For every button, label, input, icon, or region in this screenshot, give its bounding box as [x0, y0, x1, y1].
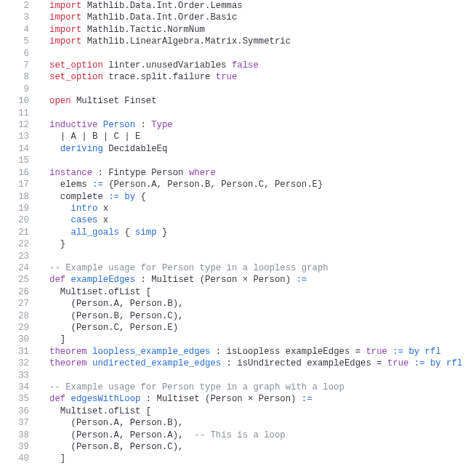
code-content: theorem undirected_example_edges : isUnd…	[49, 358, 462, 369]
code-line: 5import Mathlib.LinearAlgebra.Matrix.Sym…	[0, 36, 476, 47]
code-editor: 2import Mathlib.Data.Int.Order.Lemmas3im…	[0, 0, 476, 465]
line-number: 8	[0, 71, 49, 83]
line-number: 19	[0, 203, 49, 214]
line-number: 31	[0, 346, 49, 358]
token: Multiset Finset	[76, 96, 157, 106]
code-line: 25def exampleEdges : Multiset (Person × …	[0, 274, 476, 286]
token	[49, 144, 60, 154]
line-number: 6	[0, 48, 49, 60]
code-content: all_goals { simp }	[49, 227, 167, 238]
code-line: 31theorem loopless_example_edges : isLoo…	[0, 346, 476, 358]
line-number: 14	[0, 143, 49, 155]
code-content: cases x	[49, 214, 108, 226]
code-content: ]	[49, 453, 65, 464]
line-number: 15	[0, 155, 49, 166]
code-content: -- Example usage for Person type in a gr…	[49, 382, 344, 393]
line-number: 35	[0, 393, 49, 405]
code-line: 11	[0, 108, 476, 119]
code-line: 12inductive Person : Type	[0, 119, 476, 131]
token: := by rfl	[414, 358, 462, 368]
code-line: 15	[0, 155, 476, 166]
code-content: import Mathlib.Tactic.NormNum	[49, 24, 205, 36]
code-content: intro x	[49, 203, 108, 214]
code-line: 28 (Person.B, Person.C),	[0, 310, 476, 322]
token: edgesWithLoop	[71, 394, 141, 404]
line-number: 13	[0, 131, 49, 142]
code-line: 37 (Person.A, Person.B),	[0, 417, 476, 429]
code-content: (Person.B, Person.C),	[49, 441, 183, 453]
code-content: theorem loopless_example_edges : isLoopl…	[49, 346, 441, 358]
token: true	[216, 72, 238, 82]
token: }	[157, 227, 168, 238]
token: -- Example usage for Person type in a lo…	[49, 263, 328, 273]
code-content: def edgesWithLoop : Multiset (Person × P…	[49, 393, 312, 405]
token: open	[49, 96, 76, 106]
token: (Person.A, Person.B),	[49, 299, 183, 309]
token: : isUndirected exampleEdges =	[221, 358, 387, 368]
code-content: Multiset.ofList [	[49, 286, 151, 298]
token: elems	[49, 179, 92, 190]
line-number: 32	[0, 358, 49, 369]
code-content: elems := {Person.A, Person.B, Person.C, …	[49, 179, 323, 190]
line-number: 20	[0, 214, 49, 226]
line-number: 28	[0, 310, 49, 322]
code-line: 4import Mathlib.Tactic.NormNum	[0, 24, 476, 36]
code-content: open Multiset Finset	[49, 95, 157, 107]
token: true	[387, 358, 409, 368]
token: (Person.C, Person.E)	[49, 323, 178, 333]
token: : isLoopless exampleEdges =	[210, 347, 366, 357]
token: {	[119, 227, 135, 238]
line-number: 36	[0, 406, 49, 417]
code-content: (Person.B, Person.C),	[49, 310, 183, 322]
token: import	[49, 12, 87, 23]
code-line: 18 complete := by {	[0, 191, 476, 203]
token: (Person.B, Person.C),	[49, 311, 183, 321]
token: trace.split.failure	[108, 72, 216, 82]
code-line: 29 (Person.C, Person.E)	[0, 322, 476, 334]
code-line: 22 }	[0, 238, 476, 250]
code-line: 3import Mathlib.Data.Int.Order.Basic	[0, 12, 476, 23]
code-line: 6	[0, 48, 476, 60]
token: deriving	[60, 144, 108, 154]
token: (Person.B, Person.C),	[49, 442, 183, 452]
token: exampleEdges	[71, 275, 136, 285]
token: Person	[103, 120, 135, 130]
token: := by	[108, 192, 135, 202]
line-number: 16	[0, 167, 49, 179]
code-line: 33	[0, 370, 476, 382]
line-number: 22	[0, 238, 49, 250]
token: x	[97, 215, 108, 225]
token: Mathlib.LinearAlgebra.Matrix.Symmetric	[87, 36, 291, 47]
code-content: def exampleEdges : Multiset (Person × Pe…	[49, 274, 307, 286]
token: x	[97, 203, 108, 214]
line-number: 30	[0, 334, 49, 345]
token: import	[49, 1, 87, 11]
code-line: 8set_option trace.split.failure true	[0, 71, 476, 83]
token: true	[366, 347, 387, 357]
token: all_goals	[71, 227, 119, 238]
code-content: (Person.A, Person.B),	[49, 298, 183, 310]
token: def	[49, 394, 71, 404]
code-line: 39 (Person.B, Person.C),	[0, 441, 476, 453]
line-number: 5	[0, 36, 49, 47]
line-number: 38	[0, 429, 49, 441]
code-line: 7set_option linter.unusedVariables false	[0, 60, 476, 71]
line-number: 34	[0, 382, 49, 393]
token: {	[135, 192, 146, 202]
code-line: 19 intro x	[0, 203, 476, 214]
token: complete	[49, 192, 108, 202]
token: inductive	[49, 120, 103, 130]
code-line: 40 ]	[0, 453, 476, 464]
code-line: 16instance : Fintype Person where	[0, 167, 476, 179]
code-line: 26 Multiset.ofList [	[0, 286, 476, 298]
code-line: 32theorem undirected_example_edges : isU…	[0, 358, 476, 369]
code-line: 20 cases x	[0, 214, 476, 226]
code-content: set_option trace.split.failure true	[49, 71, 237, 83]
code-content: set_option linter.unusedVariables false	[49, 60, 259, 71]
token: import	[49, 36, 87, 47]
code-line: 30 ]	[0, 334, 476, 345]
code-content: import Mathlib.LinearAlgebra.Matrix.Symm…	[49, 36, 291, 47]
line-number: 24	[0, 262, 49, 274]
token: ]	[49, 453, 65, 464]
code-content: (Person.A, Person.B),	[49, 417, 183, 429]
